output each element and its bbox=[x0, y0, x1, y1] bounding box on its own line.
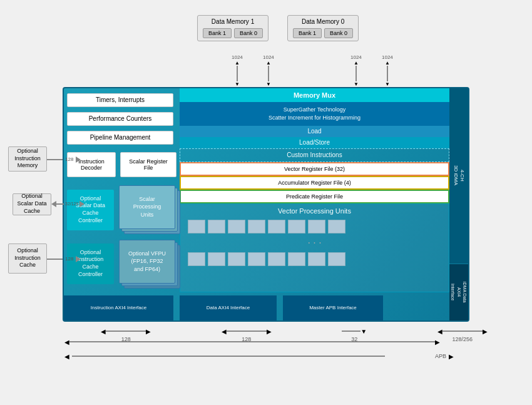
idma-axi4: iDMA Data AXI4 Interface bbox=[449, 264, 468, 320]
opt-instr-cache: Optional Instruction Cache bbox=[8, 244, 47, 274]
diagram-container: Data Memory 1 Bank 1 Bank 0 Data Memory … bbox=[3, 6, 529, 400]
timers-interrupts: Timers, Interrupts bbox=[67, 93, 173, 107]
opt-vfpu: Optional VFPU (FP16, FP32 and FP64) bbox=[119, 240, 175, 284]
vpu-cell bbox=[228, 220, 245, 233]
vpu-cell bbox=[328, 220, 345, 233]
bw-label-3: 1024 bbox=[350, 54, 362, 60]
vpu-cell bbox=[268, 220, 285, 233]
vpu-label: Vector Processing Units bbox=[180, 204, 449, 215]
opt-scalar-cache: Optional Scalar Data Cache bbox=[13, 193, 51, 215]
dm1-bank1: Bank 1 bbox=[203, 28, 232, 38]
vpu-cell bbox=[308, 252, 325, 266]
vpu-cell bbox=[308, 220, 325, 233]
instr-mem-arrow: 128 bbox=[47, 156, 81, 163]
vpu-cell bbox=[288, 220, 305, 233]
bw-label-4: 1024 bbox=[382, 54, 393, 60]
vpu-cell bbox=[188, 252, 205, 266]
dm0-bank1: Bank 1 bbox=[293, 28, 322, 38]
master-apb: Master APB Interface bbox=[283, 295, 383, 320]
apb-arrow: ◀ APB ▶ bbox=[64, 353, 521, 360]
accum-reg-file: Accumulator Register File (4) bbox=[180, 176, 449, 190]
scalar-reg-file: Scalar Register File bbox=[120, 152, 176, 177]
vpu-cell bbox=[208, 252, 225, 266]
loadstore-block: Load/Store bbox=[180, 137, 449, 148]
vpu-cell bbox=[228, 252, 245, 266]
idma-4ch: 4-CH 3D iDMA bbox=[449, 88, 468, 264]
supergather-block: SuperGather Technology Scatter Increment… bbox=[180, 102, 449, 126]
vpu-cell bbox=[288, 252, 305, 266]
load-block: Load bbox=[180, 126, 449, 137]
pred-reg-file: Predicate Register File bbox=[180, 190, 449, 203]
bw-128-1: 128 bbox=[65, 156, 73, 162]
perf-counters: Performance Counters bbox=[67, 112, 173, 126]
bw-label-2: 1024 bbox=[263, 54, 274, 60]
pipeline-mgmt: Pipeline Management bbox=[67, 131, 173, 145]
data-axi4: Data AXI4 Interface bbox=[180, 295, 277, 320]
scalar-processing-units: Scalar Processing Units bbox=[119, 185, 175, 229]
vpu-cell bbox=[188, 220, 205, 233]
instr-cache-arrow: 128 bbox=[47, 256, 81, 262]
vpu-cell bbox=[328, 252, 345, 266]
scalar-cache-arrow: 32/128 bbox=[51, 201, 84, 207]
dm1-label: Data Memory 1 bbox=[203, 18, 263, 25]
instr-axi4: Instruction AXI4 Interface bbox=[64, 295, 173, 320]
memory-mux: Memory Mux bbox=[180, 88, 449, 102]
bw-label-1: 1024 bbox=[232, 54, 243, 60]
bw-32-128: 32/128 bbox=[65, 202, 78, 206]
main-chip: Memory Mux SuperGather Technology Scatte… bbox=[63, 87, 469, 322]
dm1-bank0: Bank 0 bbox=[234, 28, 263, 38]
wide-arrow-1: ◀ ▶ bbox=[64, 339, 440, 346]
vpu-dots: · · · bbox=[180, 237, 449, 249]
opt-instr-memory: Optional Instruction Memory bbox=[8, 146, 47, 172]
vpu-cell bbox=[268, 252, 285, 266]
vpu-cell bbox=[208, 220, 225, 233]
apb-label: APB bbox=[435, 353, 446, 359]
bw-128-2: 128 bbox=[65, 256, 73, 262]
data-memory-1: Data Memory 1 Bank 1 Bank 0 bbox=[197, 15, 269, 41]
data-memory-0: Data Memory 0 Bank 1 Bank 0 bbox=[287, 15, 359, 41]
vector-reg-file: Vector Register File (32) bbox=[180, 162, 449, 176]
vpu-cell bbox=[248, 220, 265, 233]
dm0-label: Data Memory 0 bbox=[293, 18, 353, 25]
opt-scalar-data-cache-ctrl: Optional Scalar Data Cache Controller bbox=[67, 190, 114, 230]
custom-instructions: Custom Instructions bbox=[180, 148, 449, 162]
dm0-bank0: Bank 0 bbox=[324, 28, 353, 38]
instr-decoder: Instruction Decoder bbox=[67, 152, 116, 177]
opt-instr-cache-ctrl: Optional Instruction Cache Controller bbox=[67, 244, 114, 284]
vector-processing-area: Vector Processing Units · · · bbox=[180, 203, 449, 292]
vpu-cell bbox=[248, 252, 265, 266]
